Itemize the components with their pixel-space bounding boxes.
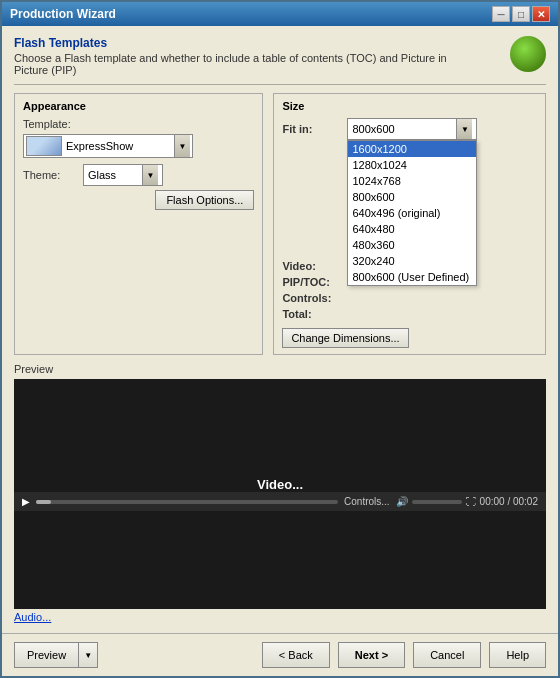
dropdown-item-1600x1200[interactable]: 1600x1200 [348, 141, 476, 157]
template-row: Template: [23, 118, 254, 130]
volume-bar[interactable] [412, 500, 462, 504]
preview-controls-bar: ▶ Controls... 🔊 ⛶ 00:00 / 00:02 [14, 492, 546, 511]
header-section: Flash Templates Choose a Flash template … [14, 36, 546, 76]
dropdown-item-480x360[interactable]: 480x360 [348, 237, 476, 253]
main-content: Flash Templates Choose a Flash template … [2, 26, 558, 633]
theme-dropdown[interactable]: Glass ▼ [83, 164, 163, 186]
template-dropdown[interactable]: ExpressShow ▼ [23, 134, 193, 158]
appearance-panel: Appearance Template: ExpressShow ▼ Theme… [14, 93, 263, 355]
template-dropdown-arrow: ▼ [174, 135, 190, 157]
close-button[interactable]: ✕ [532, 6, 550, 22]
preview-title: Preview [14, 363, 546, 375]
pip-toc-label: PIP/TOC: [282, 276, 347, 288]
theme-label: Theme: [23, 169, 83, 181]
theme-dropdown-arrow: ▼ [142, 165, 158, 185]
play-button[interactable]: ▶ [22, 496, 30, 507]
time-display: 00:00 / 00:02 [480, 496, 538, 507]
template-select-row: ExpressShow ▼ [23, 134, 254, 158]
template-label: Template: [23, 118, 83, 130]
theme-row: Theme: Glass ▼ [23, 164, 254, 186]
fit-in-value: 800x600 [352, 123, 456, 135]
title-bar: Production Wizard ─ □ ✕ [2, 2, 558, 26]
controls-text: Controls... [344, 496, 390, 507]
total-label: Total: [282, 308, 347, 320]
fit-in-row: Fit in: 800x600 ▼ 1600x1200 1280x1024 10… [282, 118, 537, 140]
size-panel: Size Fit in: 800x600 ▼ 1600x1200 1280x10… [273, 93, 546, 355]
appearance-panel-title: Appearance [23, 100, 254, 112]
audio-link[interactable]: Audio... [14, 611, 546, 623]
header-divider [14, 84, 546, 85]
size-panel-title: Size [282, 100, 537, 112]
panels-row: Appearance Template: ExpressShow ▼ Theme… [14, 93, 546, 355]
page-description: Choose a Flash template and whether to i… [14, 52, 474, 76]
wizard-icon [510, 36, 546, 72]
window-title: Production Wizard [10, 7, 116, 21]
fit-in-dropdown-list: 1600x1200 1280x1024 1024x768 800x600 640… [347, 140, 477, 286]
controls-right: 🔊 ⛶ 00:00 / 00:02 [396, 496, 538, 507]
controls-row: Controls: [282, 292, 537, 304]
total-row: Total: [282, 308, 537, 320]
fit-in-dropdown[interactable]: 800x600 ▼ [347, 118, 477, 140]
minimize-button[interactable]: ─ [492, 6, 510, 22]
change-dimensions-button[interactable]: Change Dimensions... [282, 328, 408, 348]
title-bar-buttons: ─ □ ✕ [492, 6, 550, 22]
dropdown-item-640x496[interactable]: 640x496 (original) [348, 205, 476, 221]
page-title: Flash Templates [14, 36, 474, 50]
dropdown-item-1280x1024[interactable]: 1280x1024 [348, 157, 476, 173]
progress-fill [36, 500, 51, 504]
video-label: Video: [282, 260, 347, 272]
volume-icon: 🔊 [396, 496, 408, 507]
controls-label: Controls: [282, 292, 347, 304]
help-button[interactable]: Help [489, 642, 546, 668]
theme-name: Glass [88, 169, 142, 181]
dropdown-item-800x600-user[interactable]: 800x600 (User Defined) [348, 269, 476, 285]
progress-bar[interactable] [36, 500, 338, 504]
dropdown-item-1024x768[interactable]: 1024x768 [348, 173, 476, 189]
preview-split-button: Preview ▼ [14, 642, 98, 668]
dropdown-item-320x240[interactable]: 320x240 [348, 253, 476, 269]
template-name: ExpressShow [66, 140, 174, 152]
template-thumbnail [26, 136, 62, 156]
fit-in-label: Fit in: [282, 123, 347, 135]
preview-main-button[interactable]: Preview [14, 642, 78, 668]
preview-dropdown-button[interactable]: ▼ [78, 642, 98, 668]
preview-video-text: Video... [257, 477, 303, 492]
preview-box: Video... ▶ Controls... 🔊 ⛶ 00:00 / 00:02 [14, 379, 546, 609]
back-button[interactable]: < Back [262, 642, 330, 668]
footer: Preview ▼ < Back Next > Cancel Help [2, 633, 558, 676]
production-wizard-window: Production Wizard ─ □ ✕ Flash Templates … [0, 0, 560, 678]
flash-options-button[interactable]: Flash Options... [155, 190, 254, 210]
maximize-button[interactable]: □ [512, 6, 530, 22]
header-text: Flash Templates Choose a Flash template … [14, 36, 474, 76]
fit-in-dropdown-arrow: ▼ [456, 119, 472, 139]
dropdown-item-800x600[interactable]: 800x600 [348, 189, 476, 205]
cancel-button[interactable]: Cancel [413, 642, 481, 668]
dropdown-item-640x480[interactable]: 640x480 [348, 221, 476, 237]
fullscreen-icon: ⛶ [466, 496, 476, 507]
next-button[interactable]: Next > [338, 642, 405, 668]
preview-section: Preview Video... ▶ Controls... 🔊 ⛶ 00:00… [14, 363, 546, 623]
